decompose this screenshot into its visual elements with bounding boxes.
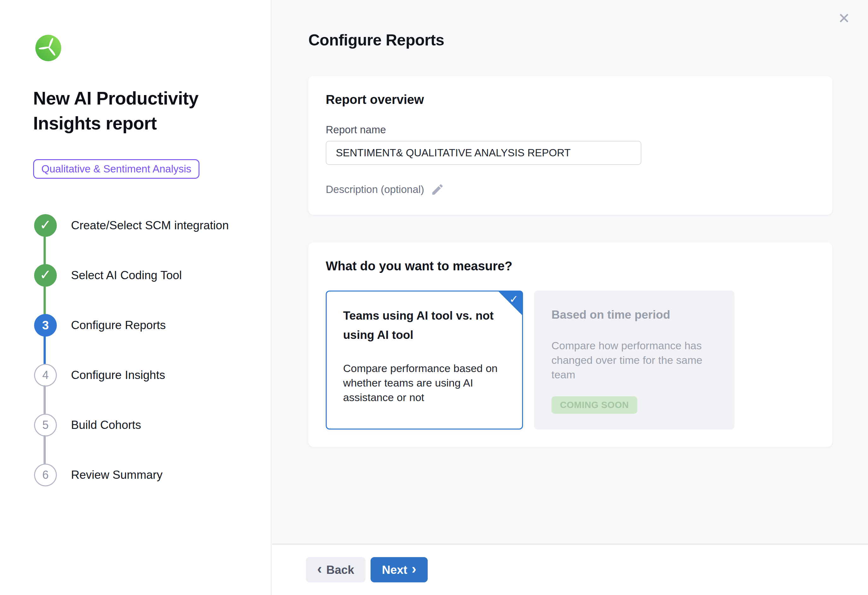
step-6-label: Review Summary [71, 463, 162, 486]
option-description: Compare performance based on whether tea… [343, 361, 506, 404]
option-title: Teams using AI tool vs. not using AI too… [343, 306, 506, 345]
chevron-right-icon: › [412, 562, 416, 576]
option-teams-vs-no-ai[interactable]: ✓ Teams using AI tool vs. not using AI t… [326, 290, 523, 429]
step-4-circle: 4 [34, 364, 57, 386]
step-4-label: Configure Insights [71, 364, 165, 386]
step-1-label: Create/Select SCM integration [71, 214, 229, 237]
report-type-badge: Qualitative & Sentiment Analysis [33, 159, 199, 179]
report-name-input[interactable] [326, 141, 641, 165]
step-3-circle: 3 [34, 314, 57, 337]
edit-pencil-icon[interactable] [431, 182, 444, 197]
back-button-label: Back [326, 564, 354, 576]
step-connector [44, 335, 46, 365]
measure-heading: What do you want to measure? [326, 259, 815, 273]
step-connector [44, 385, 46, 415]
step-2-circle: ✓ [34, 264, 57, 287]
wizard-stepper: ✓ Create/Select SCM integration ✓ Select… [33, 214, 271, 514]
measure-options: ✓ Teams using AI tool vs. not using AI t… [326, 290, 815, 429]
check-icon: ✓ [40, 268, 52, 282]
description-row[interactable]: Description (optional) [326, 182, 815, 197]
step-2-label: Select AI Coding Tool [71, 264, 182, 287]
option-based-on-time-period: Based on time period Compare how perform… [534, 290, 735, 429]
back-button[interactable]: ‹ Back [306, 557, 366, 582]
wind-turbine-logo-icon [35, 34, 62, 62]
wizard-title: New AI Productivity Insights report [33, 86, 216, 136]
step-connector [44, 235, 46, 265]
wizard-footer: ‹ Back Next › [272, 544, 868, 595]
report-name-label: Report name [326, 124, 815, 136]
option-title: Based on time period [551, 305, 717, 324]
close-icon[interactable]: ✕ [835, 9, 853, 27]
step-select-ai-coding-tool[interactable]: ✓ Select AI Coding Tool [33, 264, 271, 314]
step-review-summary: 6 Review Summary [33, 463, 271, 514]
step-4-number: 4 [42, 369, 49, 382]
wizard-sidebar: New AI Productivity Insights report Qual… [0, 0, 272, 595]
selected-check-icon: ✓ [509, 293, 518, 305]
next-button-label: Next [382, 564, 407, 576]
step-5-circle: 5 [34, 414, 57, 437]
step-5-label: Build Cohorts [71, 414, 141, 437]
new-report-wizard: New AI Productivity Insights report Qual… [0, 0, 868, 595]
option-description: Compare how performance has changed over… [551, 338, 717, 382]
report-overview-heading: Report overview [326, 93, 815, 107]
step-3-number: 3 [42, 319, 49, 332]
next-button[interactable]: Next › [371, 557, 428, 582]
step-create-select-scm-integration[interactable]: ✓ Create/Select SCM integration [33, 214, 271, 264]
measure-card: What do you want to measure? ✓ Teams usi… [309, 243, 833, 447]
main-content: Configure Reports Report overview Report… [272, 0, 868, 544]
step-1-circle: ✓ [34, 214, 57, 237]
step-3-label: Configure Reports [71, 314, 166, 337]
step-configure-insights: 4 Configure Insights [33, 364, 271, 414]
step-connector [44, 286, 46, 315]
step-5-number: 5 [42, 419, 49, 432]
report-overview-card: Report overview Report name Description … [309, 76, 833, 215]
step-build-cohorts: 5 Build Cohorts [33, 414, 271, 463]
step-configure-reports[interactable]: 3 Configure Reports [33, 314, 271, 364]
page-title: Configure Reports [309, 31, 868, 49]
coming-soon-badge: COMING SOON [551, 396, 637, 414]
description-optional-label: Description (optional) [326, 184, 424, 195]
step-6-circle: 6 [34, 463, 57, 486]
configure-reports-panel: ✕ Configure Reports Report overview Repo… [272, 0, 868, 595]
chevron-left-icon: ‹ [317, 562, 322, 576]
step-connector [44, 435, 46, 465]
step-6-number: 6 [42, 468, 49, 482]
check-icon: ✓ [40, 218, 52, 232]
